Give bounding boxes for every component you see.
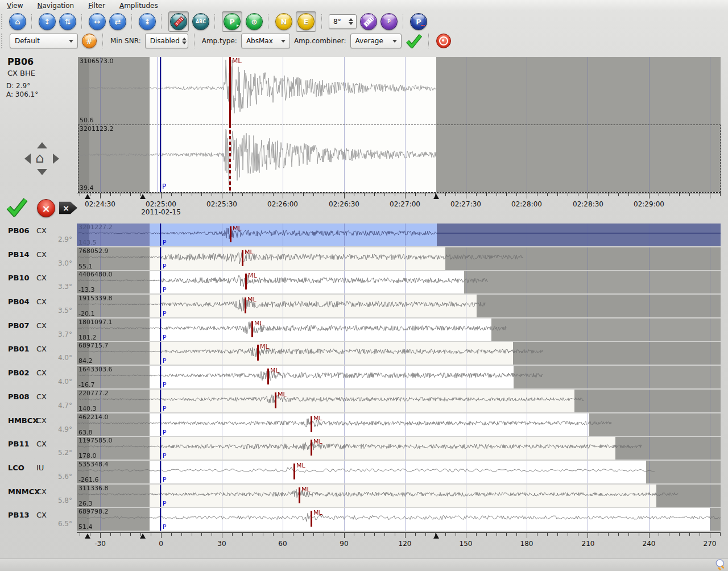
trace-row-PB06[interactable]: 3201227.2143.5PML: [77, 224, 721, 246]
scroll-up-button[interactable]: [37, 142, 47, 148]
spin-up-icon[interactable]: [349, 18, 353, 21]
ml-amplitude-marker[interactable]: [299, 487, 300, 503]
status-bar: [0, 558, 728, 571]
scroll-down-button[interactable]: [37, 169, 47, 175]
menu-amplitudes[interactable]: Amplitudes: [117, 1, 160, 10]
trace-row-MNMCX[interactable]: 311336.826.3PML: [77, 485, 721, 507]
menu-filter[interactable]: Filter: [86, 1, 107, 10]
align-on-origin-button[interactable]: ⊕: [246, 13, 263, 30]
ml-amplitude-marker[interactable]: [245, 274, 247, 289]
ml-amplitude-marker[interactable]: [245, 297, 246, 313]
scroll-right-button[interactable]: [53, 154, 59, 164]
row-label-MNMCX: MNMCXCX5.8°: [0, 485, 76, 507]
toolbar-separator: [268, 14, 272, 29]
p-pick-marker[interactable]: [160, 57, 161, 192]
time-window-marker[interactable]: [85, 194, 90, 199]
reset-amplitude-zoom-button[interactable]: ⇅: [59, 13, 76, 30]
ml-label: ML: [296, 462, 305, 469]
normalize-amplitudes-button[interactable]: ↨: [139, 13, 156, 30]
time-window-marker[interactable]: [433, 194, 439, 199]
recompute-amplitudes-button[interactable]: P~: [410, 13, 427, 30]
trace-row-PB01[interactable]: 689715.784.2PML: [77, 342, 721, 365]
align-on-p-button[interactable]: P▸: [224, 13, 241, 30]
time-tick-label: 02:26:30: [329, 200, 359, 208]
p-pick-marker[interactable]: [160, 271, 161, 293]
ml-label: ML: [313, 415, 322, 422]
p-pick-marker[interactable]: [160, 461, 161, 483]
profile-combo[interactable]: Default: [10, 34, 78, 48]
home-button[interactable]: ⌂: [9, 13, 26, 30]
apply-amplitudes-button[interactable]: [406, 34, 423, 48]
ml-amplitude-marker[interactable]: [275, 392, 276, 408]
toggle-ruler-button[interactable]: [170, 13, 187, 30]
p-pick-marker[interactable]: [160, 508, 161, 531]
ml-amplitude-marker[interactable]: [242, 250, 243, 266]
trace-row-PB13[interactable]: 689798.251.4PML: [77, 508, 721, 531]
p-pick-marker[interactable]: [160, 437, 161, 460]
ml-amplitude-marker[interactable]: [229, 125, 231, 192]
zoom-trace-panel[interactable]: 3106573.050.63201123.239.4PML: [78, 57, 721, 192]
max-distance-spin[interactable]: 8°: [329, 14, 357, 29]
measure-amplitudes-button[interactable]: [360, 13, 377, 30]
menu-navigation[interactable]: Navigation: [35, 1, 76, 10]
p-pick-marker[interactable]: [160, 295, 161, 317]
p-pick-marker[interactable]: [160, 224, 161, 246]
expand-time-button[interactable]: ↔: [89, 13, 106, 30]
min-snr-spinbox[interactable]: Disabled: [145, 34, 188, 48]
amplitude-picker-button[interactable]: P: [380, 13, 398, 30]
trace-row-PB08[interactable]: 220777.2140.3PML: [77, 390, 721, 412]
ml-amplitude-marker[interactable]: [311, 440, 312, 456]
reset-time-zoom-button[interactable]: ⇄: [109, 13, 126, 30]
spin-arrows[interactable]: [182, 38, 187, 44]
ml-amplitude-marker[interactable]: [229, 57, 231, 125]
trace-row-PB02[interactable]: 1643303.6-16.7PML: [77, 366, 721, 388]
ml-amplitude-marker[interactable]: [257, 345, 259, 361]
ml-amplitude-marker[interactable]: [311, 416, 312, 432]
trace-row-LCO[interactable]: 535348.4-261.6PML: [77, 461, 721, 483]
component-e-button[interactable]: E: [297, 13, 315, 30]
spin-up-icon[interactable]: [182, 38, 187, 40]
network-code: CX: [36, 487, 47, 496]
spin-down-icon[interactable]: [349, 22, 353, 25]
trace-row-HMBCX[interactable]: 462214.063.8PML: [77, 413, 721, 436]
station-name: PB10: [8, 274, 30, 282]
home-view-button[interactable]: ⌂: [35, 150, 44, 166]
trace-row-PB10[interactable]: 4406480.0-13.3PML: [77, 271, 721, 293]
time-window-marker[interactable]: [140, 194, 146, 199]
expand-amplitudes-button[interactable]: ↕: [39, 13, 56, 30]
component-n-button[interactable]: N: [275, 13, 292, 30]
amp-type-combo[interactable]: AbsMax: [241, 34, 290, 48]
station-distance: 4.9°: [58, 425, 72, 433]
p-pick-marker[interactable]: [160, 342, 161, 365]
p-pick-marker[interactable]: [160, 390, 161, 412]
edit-profile-button[interactable]: #: [82, 34, 97, 48]
toggle-labels-button[interactable]: ABC: [192, 13, 209, 30]
p-pick-marker[interactable]: [160, 485, 161, 507]
compute-magnitudes-button[interactable]: [436, 34, 451, 48]
time-tick-label: 02:29:00: [634, 200, 664, 208]
time-window-marker[interactable]: [433, 533, 439, 539]
trace-row-PB07[interactable]: 1801097.1181.2PML: [77, 318, 721, 341]
time-window-marker[interactable]: [140, 533, 146, 539]
ml-amplitude-marker[interactable]: [230, 226, 231, 242]
trace-row-PB04[interactable]: 1915339.8-20.1PML: [77, 295, 721, 317]
trace-row-PB11[interactable]: 1197585.0178.0PML: [77, 437, 721, 460]
ml-amplitude-marker[interactable]: [293, 464, 295, 479]
trace-row-PB14[interactable]: 768052.955.1PML: [77, 247, 721, 270]
time-tick-label: 210: [582, 540, 595, 548]
p-pick-marker[interactable]: [160, 366, 161, 388]
time-tick-label: 90: [340, 540, 348, 548]
ml-amplitude-marker[interactable]: [311, 511, 312, 527]
ml-amplitude-marker[interactable]: [267, 369, 269, 384]
spin-down-icon[interactable]: [182, 42, 187, 44]
scroll-left-button[interactable]: [24, 154, 31, 164]
ml-amplitude-marker[interactable]: [251, 321, 253, 337]
p-pick-marker[interactable]: [160, 413, 161, 436]
amp-combiner-combo[interactable]: Average: [350, 34, 402, 48]
time-window-marker[interactable]: [85, 533, 90, 539]
menu-view[interactable]: View: [5, 1, 25, 10]
spin-arrows[interactable]: [349, 18, 353, 25]
row-label-PB06: PB06CX2.9°: [0, 224, 76, 246]
p-pick-marker[interactable]: [160, 247, 161, 270]
p-pick-marker[interactable]: [160, 318, 161, 341]
